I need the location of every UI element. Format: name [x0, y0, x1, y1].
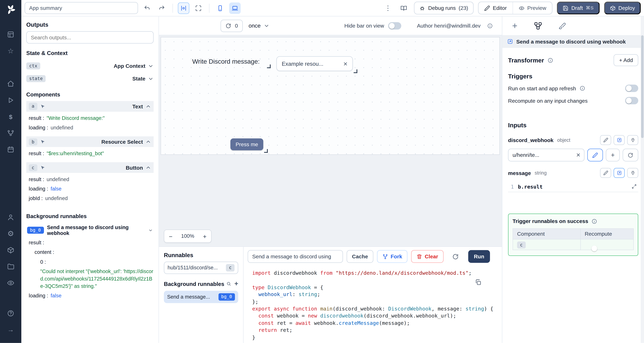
search-icon[interactable] — [226, 281, 231, 286]
resources-flow-icon[interactable] — [6, 127, 15, 139]
undo-button[interactable] — [141, 2, 153, 14]
resource-select-component[interactable]: Example resou... × — [276, 56, 353, 71]
edit-resource-button[interactable] — [587, 148, 603, 161]
button-component[interactable]: Press me — [230, 138, 263, 150]
state-badge[interactable]: state — [26, 75, 46, 82]
resize-handle[interactable] — [354, 70, 357, 73]
eval-fx-button[interactable] — [614, 135, 624, 145]
state-row[interactable]: state State — [26, 72, 154, 85]
desktop-view-button[interactable] — [229, 2, 240, 14]
component-c-badge[interactable]: c — [29, 164, 37, 171]
component-a-header[interactable]: a Text — [26, 101, 154, 112]
insert-component-plus-icon[interactable]: + — [512, 21, 518, 30]
mobile-view-button[interactable] — [214, 2, 226, 14]
component-c-header[interactable]: c Button — [26, 162, 154, 173]
chevron-down-icon[interactable] — [148, 228, 153, 233]
info-icon[interactable] — [592, 218, 597, 224]
copy-code-icon[interactable] — [475, 279, 481, 286]
styling-brush-icon[interactable] — [558, 22, 566, 30]
zoom-out-button[interactable]: − — [164, 230, 177, 242]
audit-eye-icon[interactable] — [6, 277, 15, 289]
bg0-row[interactable]: bg_0 Send a message to discord using web… — [26, 222, 154, 238]
windmill-logo-icon[interactable] — [5, 4, 16, 15]
docs-book-icon[interactable] — [398, 2, 410, 14]
state-label: State — [132, 76, 146, 82]
refresh-script-button[interactable] — [450, 251, 461, 262]
tab-editor[interactable]: Editor — [478, 2, 512, 14]
refresh-count-button[interactable]: 0 — [220, 20, 243, 32]
draft-button[interactable]: Draft ⌘S — [557, 2, 600, 14]
info-icon[interactable] — [547, 57, 553, 63]
kebab-menu-button[interactable]: ⋮ — [382, 2, 394, 14]
app-summary-input[interactable] — [24, 2, 138, 14]
code-editor[interactable]: import discordwebhook from "https://deno… — [244, 266, 502, 343]
recompute-on-change-toggle[interactable] — [625, 97, 638, 104]
runs-play-icon[interactable] — [6, 94, 15, 106]
search-outputs-input[interactable] — [26, 31, 154, 44]
info-icon[interactable] — [579, 86, 585, 91]
resize-handle[interactable] — [267, 64, 271, 68]
connect-plug-button[interactable] — [627, 135, 638, 145]
eval-fx-button[interactable] — [614, 168, 624, 178]
connect-plug-button[interactable] — [627, 168, 638, 178]
run-button[interactable]: Run — [468, 250, 490, 263]
component-c-badge[interactable]: c — [517, 242, 526, 248]
component-b-header[interactable]: b Resource Select — [26, 136, 154, 147]
bg0-badge[interactable]: bg_0 — [27, 227, 44, 234]
text-component[interactable]: Write Discord message: — [192, 58, 260, 65]
run-on-start-toggle[interactable] — [625, 85, 638, 92]
bg-runnable-item-selected[interactable]: Send a message... bg_0 — [164, 291, 238, 303]
runnable-item[interactable]: hub/1511/discord/se... c — [164, 262, 238, 274]
add-resource-button[interactable]: + — [606, 148, 620, 161]
interval-dropdown[interactable]: once — [248, 23, 269, 29]
clear-x-icon[interactable]: × — [576, 152, 580, 158]
deploy-button[interactable]: Deploy — [604, 2, 640, 14]
chevron-down-icon[interactable] — [148, 76, 154, 82]
ctx-badge[interactable]: ctx — [26, 62, 40, 70]
component-a-badge[interactable]: a — [29, 103, 37, 110]
gear-icon[interactable]: ⚙ — [6, 228, 15, 240]
redo-button[interactable] — [156, 2, 168, 14]
fullscreen-button[interactable] — [192, 2, 204, 14]
workers-box-icon[interactable] — [6, 244, 15, 256]
scrollbar[interactable] — [641, 16, 644, 343]
help-icon[interactable] — [6, 308, 15, 319]
apps-icon[interactable] — [6, 29, 15, 40]
hide-bar-toggle[interactable] — [388, 22, 401, 29]
refresh-resource-button[interactable] — [623, 148, 638, 161]
chevron-up-icon[interactable] — [145, 104, 151, 109]
ctx-row[interactable]: ctx App Context — [26, 60, 154, 72]
static-pencil-button[interactable] — [600, 135, 611, 145]
add-bg-runnable-button[interactable]: + — [234, 280, 238, 287]
clear-button[interactable]: Clear — [411, 250, 443, 263]
center-content-button[interactable] — [178, 2, 189, 14]
cache-button[interactable]: Cache — [346, 250, 373, 263]
static-pencil-button[interactable] — [600, 168, 611, 178]
settings-nodes-icon[interactable] — [534, 22, 542, 30]
add-transformer-button[interactable]: + Add — [614, 54, 638, 66]
schedules-calendar-icon[interactable] — [6, 144, 15, 155]
tab-preview[interactable]: Preview — [512, 2, 552, 14]
script-name-input[interactable]: Send a message to discord using — [248, 250, 343, 263]
component-b-badge[interactable]: b — [29, 138, 37, 145]
info-icon[interactable] — [487, 23, 493, 28]
scrollbar-thumb[interactable] — [641, 35, 644, 138]
resource-value-input[interactable]: u/henri/te... × — [508, 148, 584, 161]
resize-handle[interactable] — [264, 149, 268, 153]
user-icon[interactable] — [6, 212, 15, 223]
folders-icon[interactable] — [6, 261, 15, 272]
chevron-up-icon[interactable] — [145, 165, 151, 171]
app-canvas[interactable]: Write Discord message: Example resou... … — [160, 37, 500, 155]
chevron-up-icon[interactable] — [145, 139, 151, 145]
chevron-down-icon[interactable] — [148, 63, 154, 69]
star-icon[interactable]: ☆ — [6, 45, 15, 57]
debug-runs-button[interactable]: Debug runs (23) — [414, 2, 474, 14]
home-icon[interactable] — [6, 78, 15, 90]
collapse-sidebar-arrow-icon[interactable]: → — [6, 324, 15, 336]
expand-editor-icon[interactable] — [632, 184, 636, 189]
clear-x-icon[interactable]: × — [343, 60, 347, 67]
variables-dollar-icon[interactable]: $ — [6, 111, 15, 122]
message-expression-editor[interactable]: 1 b.result — [508, 182, 638, 192]
fork-button[interactable]: Fork — [377, 250, 408, 263]
zoom-in-button[interactable]: + — [198, 230, 211, 242]
